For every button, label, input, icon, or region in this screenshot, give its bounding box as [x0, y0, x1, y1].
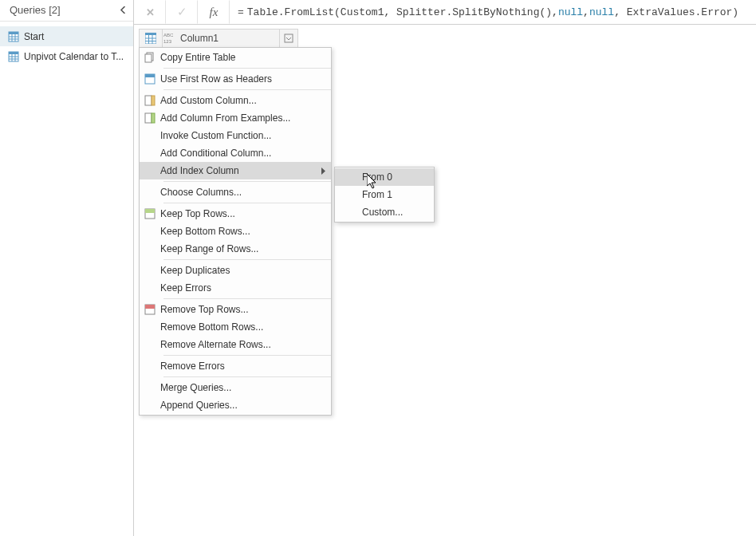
menu-keep-duplicates[interactable]: Keep Duplicates: [140, 262, 331, 279]
copy-icon: [140, 52, 160, 63]
menu-separator: [163, 376, 331, 377]
svg-text:ABC: ABC: [163, 33, 174, 37]
formula-bar: ✕ ✓ fx = Table.FromList(Custom1, Splitte…: [134, 0, 756, 25]
menu-label: Keep Top Rows...: [160, 208, 331, 219]
submenu-label: From 1: [362, 189, 392, 200]
menu-label: Add Column From Examples...: [160, 112, 331, 124]
menu-label: Remove Errors: [160, 361, 331, 372]
menu-keep-top-rows[interactable]: Keep Top Rows...: [140, 205, 331, 223]
menu-label: Keep Duplicates: [160, 265, 331, 276]
column-filter-button[interactable]: [279, 30, 297, 47]
collapse-pane-icon[interactable]: [120, 0, 127, 21]
menu-label: Use First Row as Headers: [160, 73, 331, 85]
menu-separator: [163, 68, 331, 69]
formula-seg2: , ExtraValues.Error): [614, 6, 738, 18]
menu-label: Keep Range of Rows...: [160, 243, 331, 254]
svg-rect-27: [145, 113, 152, 123]
menu-label: Merge Queries...: [160, 382, 331, 393]
menu-add-column-from-examples[interactable]: Add Column From Examples...: [140, 109, 331, 127]
menu-remove-bottom-rows[interactable]: Remove Bottom Rows...: [140, 318, 331, 336]
examples-column-icon: [140, 112, 160, 124]
menu-add-conditional-column[interactable]: Add Conditional Column...: [140, 144, 331, 162]
headers-icon: [140, 73, 160, 85]
svg-rect-28: [152, 113, 155, 123]
confirm-formula-button[interactable]: ✓: [166, 0, 198, 24]
svg-rect-30: [145, 209, 155, 213]
menu-label: Keep Errors: [160, 282, 331, 294]
menu-label: Remove Top Rows...: [160, 304, 331, 315]
formula-null2: null: [589, 6, 614, 18]
svg-text:123: 123: [163, 39, 172, 44]
menu-remove-errors[interactable]: Remove Errors: [140, 357, 331, 375]
menu-merge-queries[interactable]: Merge Queries...: [140, 379, 331, 396]
cancel-formula-button[interactable]: ✕: [134, 0, 166, 24]
svg-rect-7: [9, 52, 18, 54]
svg-rect-20: [285, 34, 293, 42]
fx-icon[interactable]: fx: [198, 0, 230, 24]
menu-append-queries[interactable]: Append Queries...: [140, 396, 331, 414]
menu-keep-bottom-rows[interactable]: Keep Bottom Rows...: [140, 223, 331, 240]
submenu-custom[interactable]: Custom...: [335, 203, 434, 221]
svg-rect-1: [9, 32, 18, 34]
svg-rect-26: [152, 96, 155, 105]
menu-label: Remove Bottom Rows...: [160, 321, 331, 333]
context-menu: Copy Entire Table Use First Row as Heade…: [139, 47, 332, 416]
formula-sep1: ,: [583, 6, 589, 18]
submenu-from-1[interactable]: From 1: [335, 186, 434, 203]
menu-remove-alternate-rows[interactable]: Remove Alternate Rows...: [140, 336, 331, 353]
query-item-unpivot[interactable]: Unpivot Calendar to T...: [0, 46, 133, 66]
menu-separator: [163, 259, 331, 260]
menu-add-index-column[interactable]: Add Index Column: [140, 162, 331, 179]
menu-keep-errors[interactable]: Keep Errors: [140, 279, 331, 297]
menu-separator: [163, 89, 331, 90]
grid-header: ABC123 Column1: [140, 30, 297, 48]
submenu-arrow-icon: [317, 168, 331, 175]
menu-label: Keep Bottom Rows...: [160, 226, 331, 237]
menu-label: Append Queries...: [160, 400, 331, 411]
menu-label: Remove Alternate Rows...: [160, 339, 331, 350]
menu-separator: [163, 203, 331, 203]
submenu-label: Custom...: [362, 207, 403, 218]
column-header[interactable]: Column1: [177, 30, 279, 47]
menu-separator: [163, 298, 331, 299]
queries-pane: Queries [2] Start Unpivot Calendar to T.…: [0, 0, 134, 536]
menu-label: Choose Columns...: [160, 187, 331, 198]
menu-copy-entire-table[interactable]: Copy Entire Table: [140, 49, 331, 66]
submenu-from-0[interactable]: From 0: [335, 168, 434, 186]
grid-select-all[interactable]: [140, 30, 163, 47]
formula-eq: =: [238, 6, 244, 18]
add-column-icon: [140, 95, 160, 106]
query-item-label: Start: [24, 31, 44, 42]
keep-rows-icon: [140, 208, 160, 219]
menu-use-first-row[interactable]: Use First Row as Headers: [140, 70, 331, 88]
svg-rect-24: [145, 74, 155, 77]
formula-input[interactable]: = Table.FromList(Custom1, Splitter.Split…: [230, 0, 756, 24]
menu-add-custom-column[interactable]: Add Custom Column...: [140, 92, 331, 109]
menu-keep-range-rows[interactable]: Keep Range of Rows...: [140, 240, 331, 258]
query-list: Start Unpivot Calendar to T...: [0, 22, 133, 71]
menu-invoke-custom-function[interactable]: Invoke Custom Function...: [140, 127, 331, 144]
queries-header: Queries [2]: [0, 0, 133, 22]
menu-remove-top-rows[interactable]: Remove Top Rows...: [140, 301, 331, 318]
menu-label: Copy Entire Table: [160, 52, 331, 63]
svg-rect-32: [145, 305, 155, 309]
column-type-icon[interactable]: ABC123: [163, 30, 177, 47]
svg-rect-13: [145, 33, 156, 35]
menu-choose-columns[interactable]: Choose Columns...: [140, 183, 331, 201]
menu-label: Invoke Custom Function...: [160, 130, 331, 141]
menu-separator: [163, 181, 331, 182]
query-item-start[interactable]: Start: [0, 26, 133, 46]
formula-null1: null: [558, 6, 583, 18]
query-item-label: Unpivot Calendar to T...: [24, 51, 124, 62]
menu-label: Add Conditional Column...: [160, 148, 331, 159]
add-index-submenu: From 0 From 1 Custom...: [334, 167, 435, 223]
menu-label: Add Index Column: [160, 165, 317, 176]
svg-rect-25: [145, 96, 152, 105]
menu-separator: [163, 355, 331, 356]
menu-label: Add Custom Column...: [160, 95, 331, 106]
formula-seg1: Table.FromList(Custom1, Splitter.SplitBy…: [247, 6, 558, 18]
queries-title: Queries [2]: [10, 4, 61, 16]
submenu-label: From 0: [362, 171, 392, 183]
table-icon: [8, 51, 19, 62]
remove-rows-icon: [140, 304, 160, 315]
